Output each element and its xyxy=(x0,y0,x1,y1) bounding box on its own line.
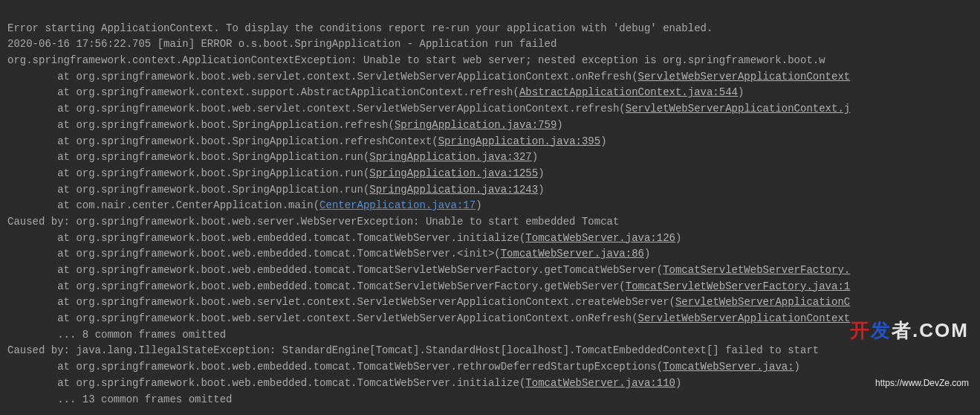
log-line: 2020-06-16 17:56:22.705 [main] ERROR o.s… xyxy=(7,38,556,50)
source-link[interactable]: ServletWebServerApplicationContext.j xyxy=(626,103,850,115)
source-link[interactable]: AbstractApplicationContext.java:544 xyxy=(519,86,738,98)
log-line: Error starting ApplicationContext. To di… xyxy=(7,22,713,34)
source-link[interactable]: ServletWebServerApplicationC xyxy=(675,296,850,308)
stack-frame: at org.springframework.boot.web.embedded… xyxy=(7,264,850,276)
watermark: 开发者.COM https://www.DevZe.com xyxy=(850,283,969,406)
log-line: Caused by: org.springframework.boot.web.… xyxy=(7,216,619,228)
stack-frame: at org.springframework.boot.web.servlet.… xyxy=(7,312,850,324)
stack-frame: at org.springframework.boot.web.embedded… xyxy=(7,361,800,373)
log-line: ... 13 common frames omitted xyxy=(7,393,232,405)
source-link[interactable]: TomcatWebServer.java: xyxy=(663,361,794,373)
log-line: Caused by: java.lang.IllegalStateExcepti… xyxy=(7,344,819,356)
source-link[interactable]: SpringApplication.java:395 xyxy=(438,135,600,147)
watermark-url: https://www.DevZe.com xyxy=(850,376,969,390)
stack-frame: at org.springframework.context.support.A… xyxy=(7,86,744,98)
source-link[interactable]: TomcatWebServer.java:86 xyxy=(501,248,644,260)
stack-frame: at org.springframework.boot.web.embedded… xyxy=(7,280,850,292)
source-link[interactable]: CenterApplication.java:17 xyxy=(319,199,476,211)
stack-frame: at org.springframework.boot.SpringApplic… xyxy=(7,135,607,147)
stack-frame: at com.nair.center.CenterApplication.mai… xyxy=(7,199,482,211)
stack-frame: at org.springframework.boot.SpringApplic… xyxy=(7,184,545,196)
stack-frame: at org.springframework.boot.web.embedded… xyxy=(7,232,681,244)
stack-frame: at org.springframework.boot.SpringApplic… xyxy=(7,151,538,163)
log-line: org.springframework.context.ApplicationC… xyxy=(7,54,825,66)
source-link[interactable]: TomcatWebServer.java:126 xyxy=(525,232,675,244)
stack-frame: at org.springframework.boot.web.embedded… xyxy=(7,248,650,260)
stack-frame: at org.springframework.boot.SpringApplic… xyxy=(7,167,545,179)
watermark-brand: 开发者.COM xyxy=(850,315,969,345)
stack-frame: at org.springframework.boot.web.servlet.… xyxy=(7,296,850,308)
stack-frame: at org.springframework.boot.web.servlet.… xyxy=(7,71,850,83)
stack-frame: at org.springframework.boot.SpringApplic… xyxy=(7,119,563,131)
source-link[interactable]: SpringApplication.java:759 xyxy=(395,119,556,131)
log-line: ... 8 common frames omitted xyxy=(7,329,226,341)
source-link[interactable]: SpringApplication.java:327 xyxy=(369,151,531,163)
source-link[interactable]: ServletWebServerApplicationContext xyxy=(638,71,851,83)
console-output: Error starting ApplicationContext. To di… xyxy=(0,0,980,415)
stack-frame: at org.springframework.boot.web.servlet.… xyxy=(7,103,850,115)
source-link[interactable]: SpringApplication.java:1243 xyxy=(369,184,538,196)
stack-frame: at org.springframework.boot.web.embedded… xyxy=(7,377,681,389)
source-link[interactable]: TomcatWebServer.java:110 xyxy=(525,377,675,389)
source-link[interactable]: TomcatServletWebServerFactory. xyxy=(663,264,850,276)
source-link[interactable]: ServletWebServerApplicationContext xyxy=(638,312,851,324)
source-link[interactable]: SpringApplication.java:1255 xyxy=(369,167,538,179)
source-link[interactable]: TomcatServletWebServerFactory.java:1 xyxy=(626,280,850,292)
